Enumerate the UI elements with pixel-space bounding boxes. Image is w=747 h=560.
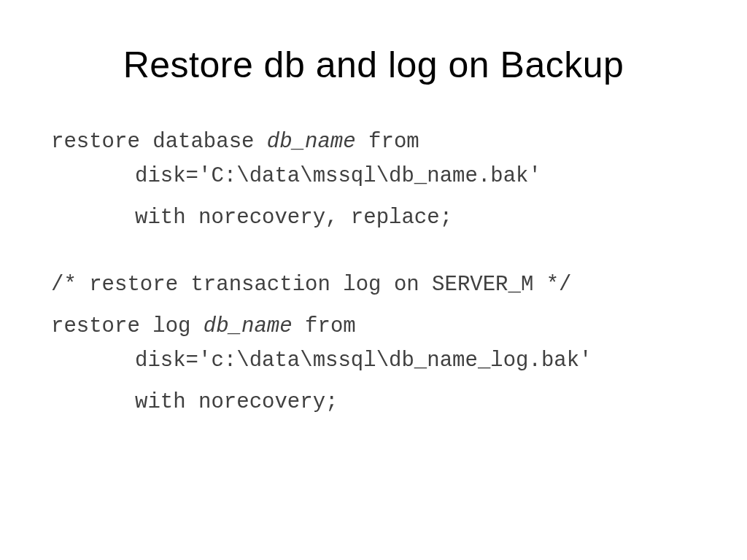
code-text: restore database (51, 130, 267, 154)
code-line-3: with norecovery, replace; (51, 202, 696, 235)
spacer (51, 303, 696, 311)
code-variable: db_name (267, 130, 356, 154)
slide-title: Restore db and log on Backup (51, 44, 696, 86)
code-line-6: disk='c:\data\mssql\db_name_log.bak' (51, 345, 696, 378)
code-text: from (293, 314, 356, 338)
code-line-7: with norecovery; (51, 386, 696, 419)
code-comment: /* restore transaction log on SERVER_M *… (51, 269, 696, 302)
spacer (51, 236, 696, 269)
slide-container: Restore db and log on Backup restore dat… (0, 0, 747, 560)
code-text: from (356, 130, 419, 154)
spacer (51, 195, 696, 202)
spacer (51, 379, 696, 386)
code-text: restore log (51, 314, 204, 338)
code-block: restore database db_name from disk='C:\d… (51, 126, 696, 419)
code-line-5: restore log db_name from (51, 311, 696, 343)
code-line-1: restore database db_name from (51, 126, 696, 159)
code-line-2: disk='C:\data\mssql\db_name.bak' (51, 160, 696, 193)
code-variable: db_name (204, 314, 293, 338)
